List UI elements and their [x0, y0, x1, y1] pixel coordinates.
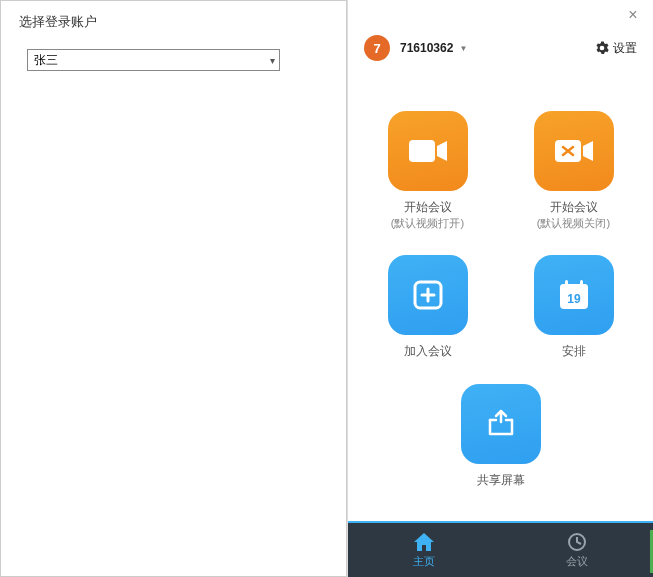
- settings-label: 设置: [613, 40, 637, 57]
- user-menu[interactable]: 7 71610362 ▼: [364, 35, 467, 61]
- bottom-nav: 主页 会议: [348, 521, 653, 577]
- join-meeting-button[interactable]: 加入会议: [373, 255, 483, 360]
- tile-row-2: 加入会议 19 安排: [373, 255, 629, 360]
- calendar-icon: 19: [534, 255, 614, 335]
- nav-meetings[interactable]: 会议: [501, 523, 654, 577]
- svg-rect-5: [565, 280, 568, 288]
- user-id-label: 71610362 ▼: [400, 41, 467, 55]
- titlebar: ×: [348, 0, 653, 30]
- chevron-down-icon: ▾: [270, 55, 275, 66]
- share-icon: [461, 384, 541, 464]
- account-select[interactable]: 张三 ▾: [27, 49, 280, 71]
- video-off-icon: [534, 111, 614, 191]
- close-icon: ×: [628, 6, 637, 24]
- tiles-area: 开始会议 (默认视频打开) 开始会议 (默认视频关闭): [348, 66, 653, 521]
- svg-rect-6: [580, 280, 583, 288]
- caret-down-icon: ▼: [459, 44, 467, 53]
- plus-icon: [388, 255, 468, 335]
- clock-icon: [567, 532, 587, 552]
- header: 7 71610362 ▼ 设置: [348, 30, 653, 66]
- login-account-panel: 选择登录账户 张三 ▾: [0, 0, 347, 577]
- share-screen-button[interactable]: 共享屏幕: [446, 384, 556, 489]
- schedule-button[interactable]: 19 安排: [519, 255, 629, 360]
- svg-text:19: 19: [567, 292, 581, 306]
- settings-button[interactable]: 设置: [595, 40, 637, 57]
- main-app-window: × 7 71610362 ▼ 设置: [347, 0, 653, 577]
- home-icon: [413, 532, 435, 552]
- video-on-icon: [388, 111, 468, 191]
- start-meeting-video-on-button[interactable]: 开始会议 (默认视频打开): [373, 111, 483, 231]
- tile-row-3: 共享屏幕: [446, 384, 556, 489]
- nav-home[interactable]: 主页: [348, 523, 501, 577]
- login-account-title: 选择登录账户: [19, 13, 328, 31]
- start-meeting-video-off-button[interactable]: 开始会议 (默认视频关闭): [519, 111, 629, 231]
- gear-icon: [595, 41, 609, 55]
- svg-rect-4: [560, 284, 588, 292]
- avatar: 7: [364, 35, 390, 61]
- close-button[interactable]: ×: [621, 3, 645, 27]
- svg-rect-0: [409, 140, 435, 162]
- account-selected-value: 张三: [34, 52, 58, 69]
- tile-row-1: 开始会议 (默认视频打开) 开始会议 (默认视频关闭): [373, 111, 629, 231]
